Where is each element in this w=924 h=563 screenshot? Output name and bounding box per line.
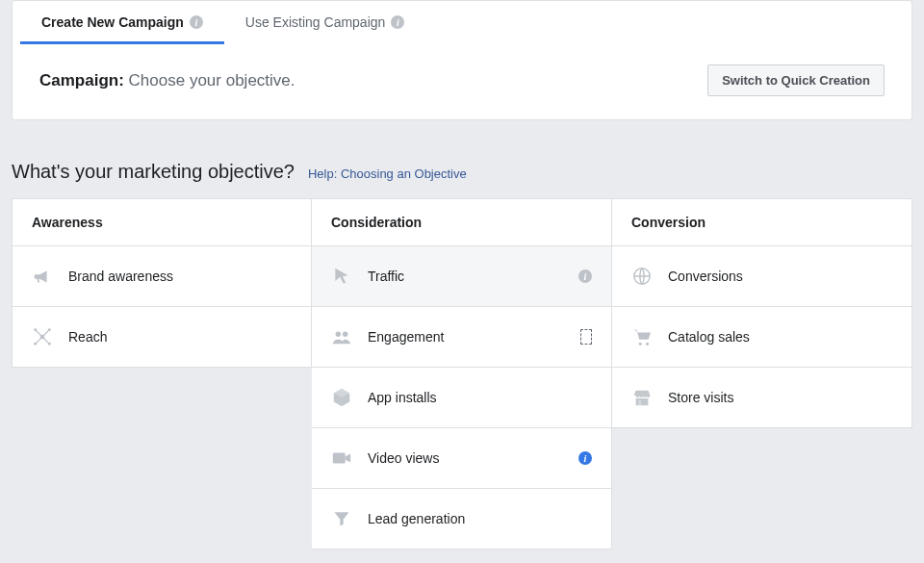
objective-reach[interactable]: Reach: [12, 307, 312, 368]
objective-label: Traffic: [368, 269, 563, 284]
objective-engagement[interactable]: Engagement: [312, 307, 612, 368]
objective-lead-generation[interactable]: Lead generation: [312, 489, 612, 550]
switch-quick-creation-button[interactable]: Switch to Quick Creation: [707, 64, 885, 96]
column-consideration: TrafficEngagementApp installsVideo views…: [312, 246, 612, 550]
objective-video-views[interactable]: Video views: [312, 428, 612, 489]
objective-store-visits[interactable]: Store visits: [612, 368, 912, 428]
globe-icon: [631, 266, 653, 287]
svg-rect-7: [333, 453, 346, 464]
objective-app-installs[interactable]: App installs: [312, 368, 612, 428]
objective-label: Conversions: [668, 269, 892, 284]
video-icon: [331, 448, 352, 469]
objective-label: Lead generation: [368, 511, 592, 526]
cube-icon: [331, 387, 352, 408]
column-awareness: Brand awarenessReach: [12, 246, 312, 550]
tab-label: Create New Campaign: [41, 14, 184, 30]
svg-point-10: [646, 343, 649, 345]
campaign-header-row: Campaign: Choose your objective. Switch …: [13, 45, 911, 119]
info-icon[interactable]: [578, 269, 592, 283]
objective-heading-row: What's your marketing objective? Help: C…: [0, 120, 924, 198]
cart-icon: [631, 326, 653, 347]
campaign-lead: Campaign: Choose your objective.: [39, 71, 295, 90]
campaign-setup-card: Create New Campaign Use Existing Campaig…: [12, 0, 912, 120]
campaign-subtitle: Choose your objective.: [129, 71, 295, 90]
info-icon[interactable]: [391, 15, 404, 29]
svg-point-6: [343, 332, 348, 338]
objective-label: Catalog sales: [668, 329, 892, 345]
objective-label: App installs: [368, 390, 592, 405]
objective-label: Reach: [68, 329, 292, 345]
objective-label: Video views: [368, 450, 563, 466]
objective-label: Store visits: [668, 390, 892, 405]
info-icon[interactable]: [190, 15, 203, 29]
tab-create-new-campaign[interactable]: Create New Campaign: [20, 1, 224, 44]
help-link[interactable]: Help: Choosing an Objective: [308, 166, 467, 181]
people-icon: [331, 326, 352, 347]
campaign-label: Campaign: [39, 71, 118, 90]
column-header-conversion: Conversion: [612, 198, 912, 246]
objective-brand-awareness[interactable]: Brand awareness: [12, 246, 312, 307]
megaphone-icon: [32, 266, 53, 287]
funnel-icon: [331, 508, 352, 529]
objective-heading: What's your marketing objective?: [12, 161, 295, 183]
dashed-box-icon: [580, 329, 592, 345]
tab-use-existing-campaign[interactable]: Use Existing Campaign: [224, 1, 426, 44]
column-header-awareness: Awareness: [12, 198, 312, 246]
svg-rect-11: [638, 400, 641, 406]
campaign-tabs: Create New Campaign Use Existing Campaig…: [13, 1, 911, 45]
info-icon[interactable]: [578, 451, 592, 465]
objective-traffic[interactable]: Traffic: [312, 246, 612, 307]
svg-point-9: [639, 343, 642, 345]
tab-label: Use Existing Campaign: [245, 14, 386, 30]
objective-grid: Awareness Consideration Conversion Brand…: [12, 198, 912, 550]
svg-point-5: [336, 332, 342, 338]
spread-icon: [32, 326, 53, 347]
objective-label: Engagement: [368, 329, 565, 345]
column-header-consideration: Consideration: [312, 198, 612, 246]
cursor-icon: [331, 266, 352, 287]
objective-conversions[interactable]: Conversions: [612, 246, 912, 307]
objective-catalog-sales[interactable]: Catalog sales: [612, 307, 912, 368]
column-conversion: ConversionsCatalog salesStore visits: [612, 246, 912, 550]
store-icon: [631, 387, 653, 408]
objective-label: Brand awareness: [68, 269, 292, 284]
